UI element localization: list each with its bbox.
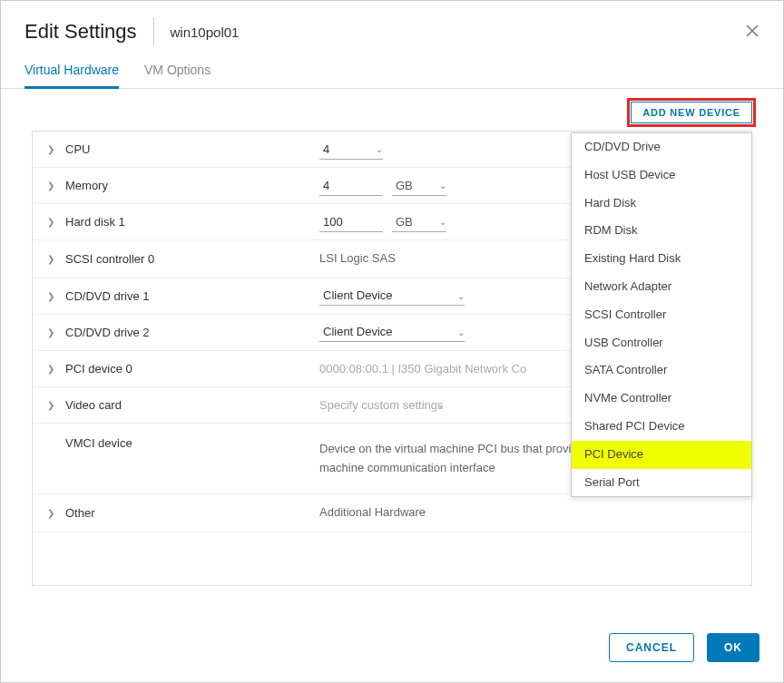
toolbar: ADD NEW DEVICE xyxy=(1,89,783,131)
ok-button[interactable]: OK xyxy=(707,633,760,662)
add-new-device-button[interactable]: ADD NEW DEVICE xyxy=(631,102,752,123)
video-card-value[interactable]: Specify custom settings xyxy=(319,398,444,412)
row-label: Hard disk 1 xyxy=(65,215,319,229)
dropdown-item-hard-disk[interactable]: Hard Disk xyxy=(572,190,751,218)
dialog-header: Edit Settings win10pol01 xyxy=(1,1,783,55)
close-icon[interactable] xyxy=(745,22,760,42)
row-blank xyxy=(33,532,751,585)
cd-dvd-1-select[interactable] xyxy=(319,286,465,306)
cancel-button[interactable]: CANCEL xyxy=(609,633,694,662)
dropdown-item-serial-port[interactable]: Serial Port xyxy=(572,469,751,497)
chevron-right-icon[interactable]: ❯ xyxy=(47,327,56,337)
chevron-right-icon[interactable]: ❯ xyxy=(47,291,56,301)
dropdown-item-nvme-controller[interactable]: NVMe Controller xyxy=(572,385,751,413)
edit-settings-dialog: Edit Settings win10pol01 Virtual Hardwar… xyxy=(0,0,784,683)
cd-dvd-2-select[interactable] xyxy=(319,322,465,342)
row-label: CD/DVD drive 2 xyxy=(65,326,319,339)
dropdown-item-pci-device[interactable]: PCI Device xyxy=(572,441,751,469)
chevron-right-icon[interactable]: ❯ xyxy=(47,181,56,190)
row-other: ❯ Other Additional Hardware xyxy=(33,494,751,532)
dialog-subtitle: win10pol01 xyxy=(171,24,240,40)
chevron-right-icon[interactable]: ❯ xyxy=(47,508,56,518)
chevron-right-icon[interactable]: ❯ xyxy=(47,400,56,410)
chevron-right-icon[interactable]: ❯ xyxy=(47,217,56,227)
dropdown-item-existing-hard-disk[interactable]: Existing Hard Disk xyxy=(572,245,751,273)
row-label: Other xyxy=(65,506,319,520)
row-label: CPU xyxy=(65,142,319,156)
dropdown-item-usb-controller[interactable]: USB Controller xyxy=(572,329,751,357)
memory-unit-select[interactable] xyxy=(392,176,446,196)
row-label: Video card xyxy=(65,398,319,412)
memory-size-input[interactable] xyxy=(319,176,383,196)
dropdown-item-cd-dvd-drive[interactable]: CD/DVD Drive xyxy=(572,133,751,161)
tabs: Virtual Hardware VM Options xyxy=(1,55,783,89)
other-value: Additional Hardware xyxy=(319,500,426,526)
dropdown-item-host-usb-device[interactable]: Host USB Device xyxy=(572,161,751,190)
dropdown-item-scsi-controller[interactable]: SCSI Controller xyxy=(572,301,751,329)
scsi-value: LSI Logic SAS xyxy=(319,246,396,272)
dropdown-item-shared-pci-device[interactable]: Shared PCI Device xyxy=(572,413,751,441)
add-device-dropdown: CD/DVD DriveHost USB DeviceHard DiskRDM … xyxy=(571,132,752,497)
dropdown-item-network-adapter[interactable]: Network Adapter xyxy=(572,273,751,301)
dropdown-item-rdm-disk[interactable]: RDM Disk xyxy=(572,217,751,245)
hard-disk-size-input[interactable] xyxy=(319,212,383,232)
hard-disk-unit-select[interactable] xyxy=(392,212,446,232)
chevron-right-icon[interactable]: ❯ xyxy=(47,364,56,374)
dropdown-item-sata-controller[interactable]: SATA Controller xyxy=(572,356,751,385)
row-label: SCSI controller 0 xyxy=(65,252,319,266)
dialog-title: Edit Settings xyxy=(24,17,154,46)
dialog-footer: CANCEL OK xyxy=(1,617,783,682)
row-label: Memory xyxy=(65,179,319,192)
pci-device-0-value: 0000:08:00.1 | I350 Gigabit Network Co xyxy=(319,362,526,376)
cpu-count-select[interactable] xyxy=(319,140,383,160)
row-label: VMCI device xyxy=(65,436,319,450)
content-area: ❯ CPU ⌄ ❯ Memory ⌄ ❯ Hard disk 1 xyxy=(1,131,783,586)
tab-virtual-hardware[interactable]: Virtual Hardware xyxy=(24,55,119,89)
chevron-right-icon[interactable]: ❯ xyxy=(47,254,56,264)
row-label: CD/DVD drive 1 xyxy=(65,289,319,303)
tab-vm-options[interactable]: VM Options xyxy=(144,55,211,88)
chevron-right-icon[interactable]: ❯ xyxy=(47,144,56,154)
row-label: PCI device 0 xyxy=(65,362,319,376)
